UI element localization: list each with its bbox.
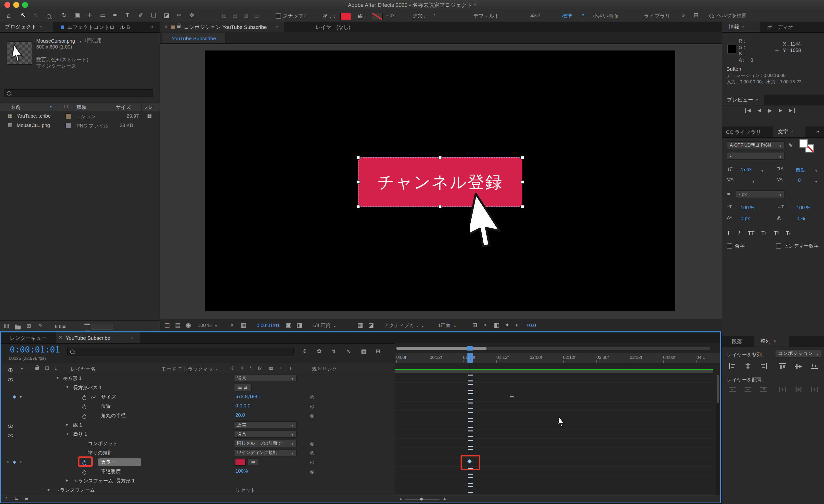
row-label[interactable]: 位置: [101, 403, 111, 410]
new-composition-icon[interactable]: ⊞: [26, 323, 31, 329]
workspace-default[interactable]: デフォルト: [473, 13, 500, 20]
track-vscrollbar-thumb[interactable]: [717, 375, 719, 403]
path-direction-icon[interactable]: ⇆: [238, 385, 242, 390]
roi-icon[interactable]: ⌖: [230, 322, 233, 328]
last-frame-button[interactable]: ▶❙: [789, 108, 796, 113]
multiview-icon[interactable]: ◫: [164, 322, 170, 328]
add-shape-icon[interactable]: ◔: [433, 13, 435, 18]
font-size-value[interactable]: 75 px: [740, 167, 752, 172]
stroke-width-value[interactable]: - px: [387, 13, 395, 18]
frame-blend-icon[interactable]: ✿: [317, 349, 321, 354]
eraser-tool[interactable]: ◪: [164, 12, 170, 18]
blend-mode-dropdown[interactable]: 通常: [234, 421, 297, 428]
expand-icon[interactable]: ▼: [56, 376, 59, 379]
first-frame-button[interactable]: ❙◀: [743, 108, 751, 113]
workspace-libraries[interactable]: ライブラリ: [644, 13, 670, 20]
help-search-field[interactable]: ヘルプを検索: [709, 12, 819, 20]
workspace-small-screen[interactable]: 小さい画面: [593, 13, 618, 20]
adjust-icon[interactable]: ✎: [38, 323, 43, 329]
distribute-left-button[interactable]: [778, 385, 788, 393]
lock-icon[interactable]: [177, 25, 181, 28]
pickwhip-icon[interactable]: ◎: [310, 403, 314, 409]
show-snapshot-icon[interactable]: ◨: [297, 322, 302, 328]
brush-tool[interactable]: ✐: [138, 12, 143, 18]
property-value[interactable]: 100%: [235, 468, 248, 474]
timeline-search-field[interactable]: [67, 348, 294, 356]
column-name[interactable]: 名前: [11, 104, 21, 111]
exposure-value[interactable]: +0.0: [526, 323, 536, 328]
region-icon[interactable]: ▦: [241, 322, 246, 328]
timeline-options-icon[interactable]: ⊞: [376, 349, 380, 354]
row-label[interactable]: 不透明度: [101, 468, 121, 475]
new-folder-icon[interactable]: [15, 326, 21, 330]
column-label-icon[interactable]: ❑: [64, 104, 68, 109]
magnification-dropdown[interactable]: 100 %: [198, 322, 217, 328]
tab-composition[interactable]: × コンポジション YouTube Subscribe ≡: [161, 22, 284, 32]
column-size[interactable]: サイズ: [116, 104, 131, 111]
mask-visibility-icon[interactable]: ◪: [368, 322, 374, 328]
align-left-button[interactable]: [727, 362, 738, 370]
viewer-timecode[interactable]: 0:00:01:01: [256, 323, 280, 328]
stopwatch-icon[interactable]: [82, 396, 86, 400]
zoom-out-mountain-icon[interactable]: ▲: [399, 497, 402, 500]
layer-name-column[interactable]: レイヤー名: [71, 366, 95, 373]
color-property-swatch[interactable]: [235, 459, 246, 466]
chart-icon[interactable]: ▦: [361, 349, 366, 354]
stroke-swatch[interactable]: [372, 13, 383, 20]
pixel-aspect-icon[interactable]: ◧: [494, 322, 500, 328]
property-value[interactable]: 20.0: [235, 412, 245, 418]
blend-mode-dropdown[interactable]: 通常: [234, 375, 297, 382]
row-label[interactable]: サイズ: [101, 394, 116, 400]
property-row-size[interactable]: ◆ ▶ サイズ 672.8,198.1 ◎: [1, 392, 395, 401]
property-row-roundness[interactable]: 角丸の半径 20.0 ◎: [1, 411, 395, 420]
stopwatch-icon[interactable]: [82, 415, 86, 419]
graph-toggle-icon[interactable]: [90, 395, 96, 400]
track-area[interactable]: 0:00f 00:12f 01:00f 01:12f 02:00f 02:12f…: [395, 343, 720, 495]
column-framerate[interactable]: フレ: [143, 104, 153, 111]
zoom-tool[interactable]: [46, 14, 51, 19]
previous-frame-button[interactable]: ◀: [757, 108, 761, 113]
align-panel-menu-icon[interactable]: ≡: [774, 339, 776, 344]
keyframe-nav-next[interactable]: ▶: [20, 395, 22, 399]
subscript-button[interactable]: T₁: [786, 230, 791, 236]
baseline-shift-value[interactable]: 0 px: [741, 216, 750, 221]
pan-behind-tool[interactable]: ✛: [87, 12, 92, 18]
graph-editor-icon[interactable]: ∿: [346, 349, 351, 354]
selection-handle[interactable]: [356, 180, 360, 184]
row-label[interactable]: トランスフォーム: [55, 487, 95, 494]
view-layout-dropdown[interactable]: 1画面: [438, 322, 456, 329]
stopwatch-icon[interactable]: [82, 405, 86, 409]
cursor-layer-graphic[interactable]: [470, 192, 516, 250]
distribute-bottom-button[interactable]: [758, 385, 769, 393]
pickwhip-icon[interactable]: ◎: [310, 469, 314, 474]
small-caps-button[interactable]: Tᴛ: [761, 230, 767, 236]
reset-link[interactable]: リセット: [235, 487, 255, 494]
ligatures-checkbox[interactable]: [727, 243, 732, 249]
font-size-caret[interactable]: [759, 167, 764, 173]
distribute-right-button[interactable]: [809, 385, 820, 393]
timeline-tab-close-icon[interactable]: ×: [59, 334, 62, 340]
type-tool[interactable]: T: [125, 12, 129, 18]
align-h-center-button[interactable]: [743, 362, 753, 370]
group-row-fill1[interactable]: ▼ 塗り 1 通常: [1, 429, 395, 439]
sort-arrow-icon[interactable]: ▼: [49, 105, 53, 108]
row-label[interactable]: 長方形パス 1: [73, 384, 102, 391]
bit-depth-label[interactable]: 8 bpc: [55, 324, 67, 329]
tab-align[interactable]: 整列 ≡: [754, 336, 789, 347]
toggle-expand-icon-2[interactable]: ⊡: [15, 496, 18, 501]
color-cycle-button[interactable]: ⇄: [247, 459, 259, 465]
keyframe-nav-diamond[interactable]: ◆: [13, 460, 16, 464]
row-label[interactable]: コンポジット: [88, 440, 118, 447]
camera-tool[interactable]: ▣: [75, 12, 80, 18]
transparency-grid-icon[interactable]: ▦: [357, 322, 363, 328]
proportional-spacing-value[interactable]: 0 %: [797, 216, 805, 221]
kerning-caret[interactable]: [750, 178, 755, 184]
ease-keyframe-icon[interactable]: ▸◂: [510, 394, 513, 399]
time-ruler[interactable]: 0:00f 00:12f 01:00f 01:12f 02:00f 02:12f…: [395, 353, 720, 363]
rotate-tool[interactable]: ↻: [62, 12, 67, 18]
workspace-standard[interactable]: 標準: [562, 13, 573, 20]
shape-tool[interactable]: ▭: [100, 12, 106, 18]
tab-info[interactable]: 情報 ≡: [722, 22, 760, 32]
stopwatch-icon[interactable]: [82, 471, 86, 475]
align-top-button[interactable]: [778, 362, 788, 370]
